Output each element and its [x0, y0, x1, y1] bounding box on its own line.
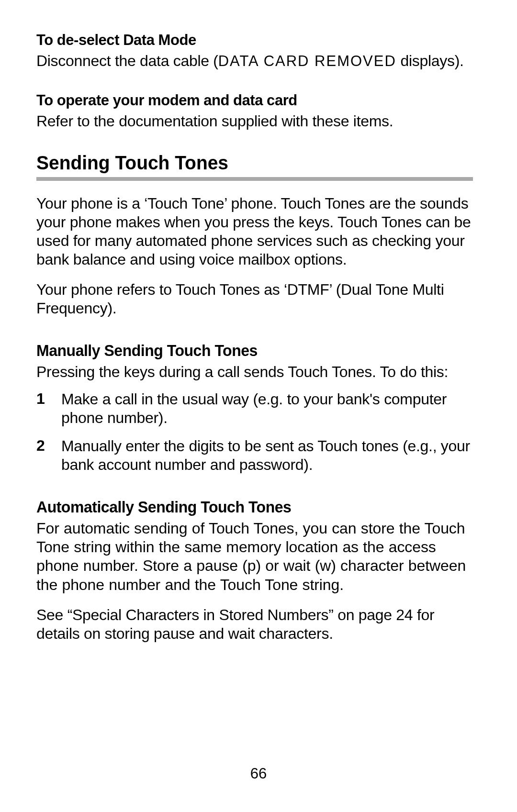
step-number: 2 [36, 437, 61, 474]
text-pre: Disconnect the data cable ( [36, 52, 218, 69]
section-operate-modem: To operate your modem and data card Refe… [36, 91, 479, 131]
step-text: Make a call in the usual way (e.g. to yo… [61, 390, 479, 427]
paragraph: For automatic sending of Touch Tones, yo… [36, 519, 479, 594]
ordered-steps: 1 Make a call in the usual way (e.g. to … [36, 390, 479, 474]
subheading: Automatically Sending Touch Tones [36, 498, 465, 516]
step-text: Manually enter the digits to be sent as … [61, 437, 479, 474]
body-text: Refer to the documentation supplied with… [36, 112, 479, 131]
subheading: To de-select Data Mode [36, 31, 465, 49]
list-item: 2 Manually enter the digits to be sent a… [36, 437, 479, 474]
subheading: To operate your modem and data card [36, 91, 465, 109]
body-text: Disconnect the data cable (DATA CARD REM… [36, 52, 479, 70]
text-post: displays). [396, 52, 464, 69]
step-number: 1 [36, 390, 61, 427]
section-heading: Sending Touch Tones [36, 152, 457, 174]
paragraph: See “Special Characters in Stored Number… [36, 606, 479, 643]
heading-underline [36, 177, 473, 181]
display-message-text: DATA CARD REMOVED [218, 53, 396, 69]
paragraph: Your phone refers to Touch Tones as ‘DTM… [36, 280, 479, 318]
subheading: Manually Sending Touch Tones [36, 342, 465, 360]
document-page: To de-select Data Mode Disconnect the da… [0, 0, 517, 643]
section-deselect-data-mode: To de-select Data Mode Disconnect the da… [36, 31, 479, 70]
paragraph: Your phone is a ‘Touch Tone’ phone. Touc… [36, 194, 479, 269]
body-text: Pressing the keys during a call sends To… [36, 363, 479, 381]
list-item: 1 Make a call in the usual way (e.g. to … [36, 390, 479, 427]
page-number: 66 [0, 765, 517, 782]
